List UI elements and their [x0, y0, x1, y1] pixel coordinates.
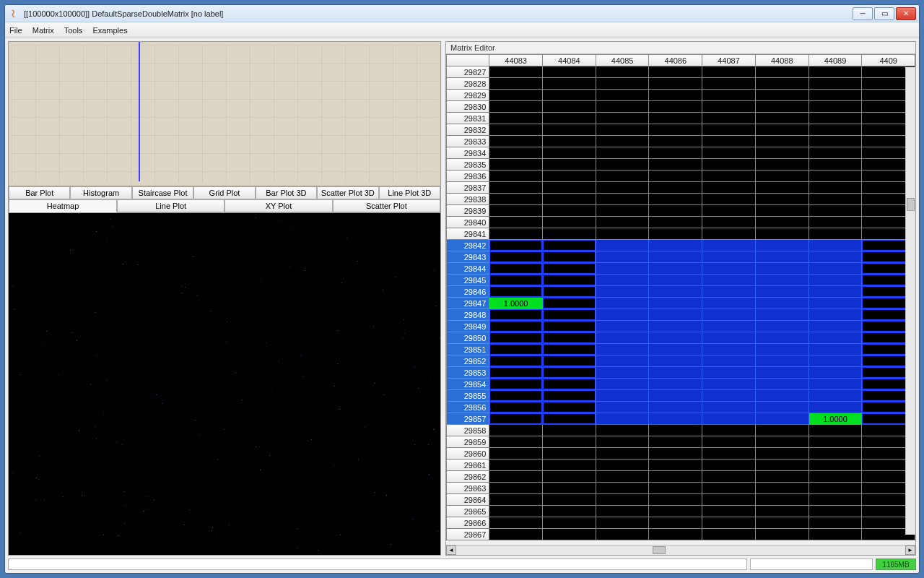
matrix-cell[interactable] — [596, 494, 649, 506]
row-header[interactable]: 29839 — [447, 205, 489, 217]
matrix-cell[interactable] — [649, 298, 702, 309]
matrix-cell[interactable] — [755, 460, 808, 471]
column-header[interactable]: 44089 — [808, 55, 862, 66]
matrix-cell[interactable] — [808, 344, 862, 355]
row-header[interactable]: 29849 — [447, 321, 489, 332]
row-header[interactable]: 29856 — [447, 402, 489, 413]
matrix-cell[interactable] — [489, 147, 543, 159]
matrix-cell[interactable] — [649, 355, 702, 367]
matrix-cell[interactable] — [543, 448, 596, 460]
matrix-cell[interactable] — [649, 494, 702, 506]
matrix-cell[interactable] — [808, 425, 862, 436]
matrix-cell[interactable] — [702, 344, 756, 355]
matrix-cell[interactable] — [702, 494, 756, 506]
matrix-cell[interactable] — [649, 159, 702, 171]
matrix-cell[interactable] — [702, 182, 756, 194]
row-header[interactable]: 29837 — [447, 182, 489, 194]
matrix-cell[interactable] — [702, 298, 756, 309]
row-header[interactable]: 29836 — [447, 171, 489, 182]
matrix-cell[interactable] — [702, 78, 756, 90]
matrix-cell[interactable] — [543, 251, 596, 263]
matrix-cell[interactable] — [489, 171, 543, 182]
matrix-cell[interactable] — [543, 159, 596, 171]
column-header[interactable]: 44083 — [489, 55, 543, 66]
matrix-cell[interactable] — [702, 517, 756, 529]
matrix-cell[interactable] — [649, 286, 702, 298]
matrix-cell[interactable] — [649, 147, 702, 159]
matrix-cell[interactable] — [596, 402, 649, 413]
matrix-cell[interactable] — [702, 66, 756, 78]
matrix-cell[interactable] — [808, 217, 862, 228]
matrix-cell[interactable] — [808, 171, 862, 182]
matrix-cell[interactable] — [755, 240, 808, 251]
matrix-cell[interactable] — [649, 506, 702, 517]
matrix-cell[interactable] — [543, 217, 596, 228]
matrix-cell[interactable] — [808, 78, 862, 90]
minimize-button[interactable]: ─ — [853, 7, 873, 20]
row-header[interactable]: 29833 — [447, 136, 489, 147]
matrix-cell[interactable] — [489, 390, 543, 402]
matrix-cell[interactable] — [702, 321, 756, 332]
matrix-cell[interactable] — [543, 101, 596, 113]
matrix-cell[interactable] — [649, 379, 702, 390]
matrix-cell[interactable] — [755, 113, 808, 124]
matrix-cell[interactable] — [489, 182, 543, 194]
matrix-cell[interactable] — [702, 309, 756, 321]
matrix-cell[interactable] — [649, 124, 702, 136]
matrix-cell[interactable] — [649, 228, 702, 240]
matrix-cell[interactable] — [489, 506, 543, 517]
matrix-cell[interactable] — [489, 136, 543, 147]
matrix-cell[interactable] — [755, 217, 808, 228]
matrix-cell[interactable] — [543, 124, 596, 136]
matrix-cell[interactable] — [755, 66, 808, 78]
matrix-cell[interactable] — [649, 78, 702, 90]
matrix-cell[interactable] — [543, 321, 596, 332]
row-header[interactable]: 29857 — [447, 413, 489, 425]
matrix-cell[interactable] — [649, 471, 702, 483]
matrix-cell[interactable] — [702, 124, 756, 136]
matrix-cell[interactable] — [808, 529, 862, 540]
menu-file[interactable]: File — [9, 26, 22, 35]
matrix-cell[interactable] — [543, 344, 596, 355]
matrix-cell[interactable] — [543, 390, 596, 402]
matrix-cell[interactable] — [489, 263, 543, 275]
matrix-cell[interactable] — [702, 113, 756, 124]
matrix-cell[interactable] — [543, 194, 596, 205]
matrix-cell[interactable] — [755, 309, 808, 321]
row-header[interactable]: 29830 — [447, 101, 489, 113]
matrix-cell[interactable] — [702, 402, 756, 413]
matrix-cell[interactable] — [755, 321, 808, 332]
matrix-cell[interactable] — [543, 517, 596, 529]
matrix-cell[interactable] — [808, 436, 862, 448]
matrix-cell[interactable] — [808, 101, 862, 113]
matrix-cell[interactable] — [543, 379, 596, 390]
matrix-cell[interactable] — [596, 147, 649, 159]
matrix-cell[interactable] — [543, 425, 596, 436]
matrix-cell[interactable] — [755, 194, 808, 205]
plot-tab-bar-plot-3d[interactable]: Bar Plot 3D — [256, 186, 317, 199]
matrix-cell[interactable] — [702, 171, 756, 182]
matrix-cell[interactable] — [808, 147, 862, 159]
matrix-cell[interactable] — [649, 66, 702, 78]
matrix-cell[interactable] — [596, 286, 649, 298]
row-header[interactable]: 29863 — [447, 483, 489, 494]
hscroll-right-arrow[interactable]: ► — [905, 545, 915, 555]
row-header[interactable]: 29834 — [447, 147, 489, 159]
matrix-cell[interactable] — [808, 332, 862, 344]
matrix-cell[interactable] — [649, 275, 702, 286]
matrix-cell[interactable] — [596, 298, 649, 309]
matrix-cell[interactable] — [489, 460, 543, 471]
row-header[interactable]: 29827 — [447, 66, 489, 78]
matrix-cell[interactable] — [808, 367, 862, 379]
matrix-cell[interactable] — [755, 425, 808, 436]
row-header[interactable]: 29865 — [447, 506, 489, 517]
matrix-cell[interactable] — [489, 413, 543, 425]
horizontal-scrollbar[interactable]: ◄ ► — [446, 545, 915, 555]
row-header[interactable]: 29858 — [447, 425, 489, 436]
matrix-cell[interactable] — [489, 425, 543, 436]
matrix-cell[interactable] — [808, 159, 862, 171]
matrix-cell[interactable] — [702, 413, 756, 425]
row-header[interactable]: 29850 — [447, 332, 489, 344]
matrix-cell[interactable] — [755, 402, 808, 413]
row-header[interactable]: 29862 — [447, 471, 489, 483]
